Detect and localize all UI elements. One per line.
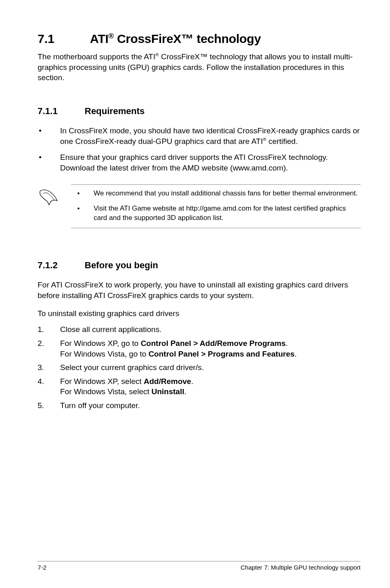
subsection-712-num: 7.1.2 [38, 260, 85, 271]
note-box: We recommend that you install additional… [38, 184, 361, 228]
note-list: We recommend that you install additional… [71, 189, 361, 223]
intro-paragraph: The motherboard supports the ATI® CrossF… [38, 52, 361, 83]
footer-left: 7-2 [38, 564, 47, 571]
req-pre: In CrossFireX mode, you should have two … [60, 126, 360, 146]
begin-paragraph: For ATI CrossFireX to work properly, you… [38, 280, 361, 301]
req-pre: Ensure that your graphics card driver su… [60, 153, 328, 172]
req-post: certified. [266, 137, 298, 146]
subsection-712-heading: 7.1.2Before you begin [38, 260, 361, 271]
list-item: For Windows XP, go to Control Panel > Ad… [38, 338, 361, 359]
step-pre: For Windows Vista, select [60, 387, 152, 396]
requirements-list: In CrossFireX mode, you should have two … [38, 126, 361, 173]
list-item: Ensure that your graphics card driver su… [38, 152, 361, 173]
list-item: For Windows XP, select Add/Remove. For W… [38, 376, 361, 397]
step-bold: Uninstall [152, 387, 184, 396]
step-post: . [286, 339, 288, 348]
note-content: We recommend that you install additional… [71, 184, 361, 228]
subsection-712-title: Before you begin [85, 260, 158, 270]
list-item: We recommend that you install additional… [71, 189, 361, 198]
note-icon [38, 188, 60, 206]
step-post: . [295, 350, 297, 358]
list-item: Select your current graphics card driver… [38, 362, 361, 373]
subsection-711-num: 7.1.1 [38, 106, 85, 117]
page-footer: 7-2 Chapter 7: Multiple GPU technology s… [38, 561, 361, 571]
section-number: 7.1 [38, 32, 90, 46]
step-pre: For Windows XP, go to [60, 339, 141, 348]
footer-right: Chapter 7: Multiple GPU technology suppo… [241, 564, 361, 571]
list-item: Close all current applications. [38, 324, 361, 335]
intro-pre: The motherboard supports the ATI [38, 52, 155, 61]
subsection-711-title: Requirements [85, 106, 145, 116]
heading-post: CrossFireX™ technology [114, 32, 261, 45]
step-bold: Control Panel > Programs and Features [148, 350, 294, 358]
step-post: . [184, 387, 186, 396]
step-bold: Control Panel > Add/Remove Programs [141, 339, 286, 348]
list-item: Turn off your computer. [38, 400, 361, 411]
heading-pre: ATI [90, 32, 108, 45]
step-pre: For Windows Vista, go to [60, 350, 148, 358]
step-pre: For Windows XP, select [60, 377, 144, 386]
step-bold: Add/Remove [144, 377, 191, 386]
heading-reg: ® [108, 32, 114, 40]
list-item: Visit the ATI Game website at http://gam… [71, 204, 361, 223]
section-heading: 7.1ATI® CrossFireX™ technology [38, 32, 361, 46]
step-post: . [191, 377, 193, 386]
begin-subtext: To uninstall existing graphics card driv… [38, 308, 361, 319]
subsection-711-heading: 7.1.1Requirements [38, 106, 361, 117]
steps-list: Close all current applications. For Wind… [38, 324, 361, 411]
list-item: In CrossFireX mode, you should have two … [38, 126, 361, 146]
